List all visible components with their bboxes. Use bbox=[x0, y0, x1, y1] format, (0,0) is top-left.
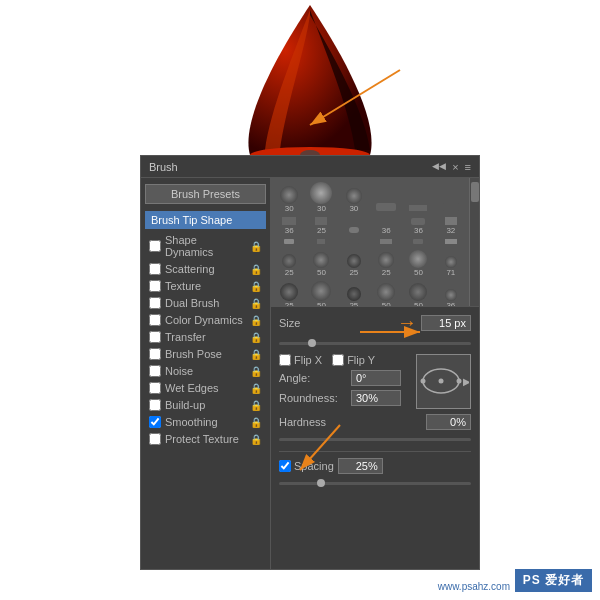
brush-pose-lock: 🔒 bbox=[250, 349, 262, 360]
hardness-input[interactable] bbox=[426, 414, 471, 430]
preset-item[interactable]: 25 bbox=[274, 280, 304, 306]
transfer-checkbox[interactable] bbox=[149, 331, 161, 343]
size-annotation-arrow bbox=[355, 322, 435, 342]
preset-item[interactable]: 25 bbox=[371, 249, 401, 278]
flip-x-checkbox[interactable] bbox=[279, 354, 291, 366]
angle-label: Angle: bbox=[279, 372, 347, 384]
svg-point-7 bbox=[456, 379, 461, 384]
angle-input[interactable] bbox=[351, 370, 401, 386]
preset-item[interactable]: 25 bbox=[339, 249, 369, 278]
watermark-url-text: www.psahz.com bbox=[438, 581, 510, 592]
scattering-label: Scattering bbox=[165, 263, 215, 275]
smoothing-label: Smoothing bbox=[165, 416, 218, 428]
panel-collapse[interactable]: ◀◀ bbox=[432, 161, 446, 173]
protect-texture-label: Protect Texture bbox=[165, 433, 239, 445]
wet-edges-label: Wet Edges bbox=[165, 382, 219, 394]
panel-menu[interactable]: ≡ bbox=[465, 161, 471, 173]
preset-item[interactable]: 71 bbox=[436, 249, 466, 278]
left-sidebar: Brush Presets Brush Tip Shape Shape Dyna… bbox=[141, 178, 271, 569]
preset-item[interactable] bbox=[339, 216, 369, 236]
preset-item[interactable]: 36 bbox=[274, 216, 304, 236]
svg-line-12 bbox=[300, 425, 340, 470]
sidebar-item-wet-edges[interactable]: Wet Edges 🔒 bbox=[145, 380, 266, 396]
panel-close[interactable]: × bbox=[452, 161, 458, 173]
preset-item[interactable] bbox=[403, 181, 433, 214]
preset-item[interactable]: 50 bbox=[306, 280, 336, 306]
preset-item[interactable] bbox=[403, 238, 433, 247]
brush-tip-shape-item[interactable]: Brush Tip Shape bbox=[145, 211, 266, 229]
noise-checkbox[interactable] bbox=[149, 365, 161, 377]
shape-dynamics-label: Shape Dynamics bbox=[165, 234, 246, 258]
preset-item[interactable]: 36 bbox=[436, 280, 466, 306]
flip-y-checkbox[interactable] bbox=[332, 354, 344, 366]
scattering-checkbox[interactable] bbox=[149, 263, 161, 275]
preset-item[interactable]: 25 bbox=[306, 216, 336, 236]
panel-body: Brush Presets Brush Tip Shape Shape Dyna… bbox=[141, 178, 479, 569]
preset-item[interactable] bbox=[371, 238, 401, 247]
flip-fields: Flip X Flip Y Angle: Roundn bbox=[279, 354, 408, 406]
presets-scrollbar[interactable] bbox=[469, 178, 479, 306]
flip-y-label[interactable]: Flip Y bbox=[332, 354, 375, 366]
preset-item[interactable]: 25 bbox=[274, 249, 304, 278]
brush-dial[interactable]: ▶ bbox=[416, 354, 471, 409]
preset-item[interactable]: 50 bbox=[403, 249, 433, 278]
size-slider-thumb[interactable] bbox=[308, 339, 316, 347]
brush-presets-button[interactable]: Brush Presets bbox=[145, 184, 266, 204]
sidebar-item-transfer[interactable]: Transfer 🔒 bbox=[145, 329, 266, 345]
presets-grid: 30 30 30 bbox=[271, 178, 469, 306]
panel-title: Brush bbox=[149, 161, 178, 173]
preset-item[interactable] bbox=[371, 181, 401, 214]
preset-item[interactable]: 50 bbox=[306, 249, 336, 278]
annotation-arrow-svg bbox=[250, 60, 450, 140]
noise-lock: 🔒 bbox=[250, 366, 262, 377]
roundness-row: Roundness: bbox=[279, 390, 408, 406]
texture-checkbox[interactable] bbox=[149, 280, 161, 292]
spacing-slider-track[interactable] bbox=[279, 479, 471, 489]
protect-texture-lock: 🔒 bbox=[250, 434, 262, 445]
right-content: 30 30 30 bbox=[271, 178, 479, 569]
sidebar-item-brush-pose[interactable]: Brush Pose 🔒 bbox=[145, 346, 266, 362]
preset-item[interactable] bbox=[339, 238, 369, 247]
spacing-slider-thumb[interactable] bbox=[317, 479, 325, 487]
preset-item[interactable]: 36 bbox=[403, 216, 433, 236]
color-dynamics-checkbox[interactable] bbox=[149, 314, 161, 326]
sidebar-item-shape-dynamics[interactable]: Shape Dynamics 🔒 bbox=[145, 232, 266, 260]
preset-item[interactable]: 36 bbox=[371, 216, 401, 236]
preset-item[interactable] bbox=[436, 181, 466, 214]
preset-item[interactable] bbox=[306, 238, 336, 247]
brush-pose-checkbox[interactable] bbox=[149, 348, 161, 360]
preset-item[interactable]: 30 bbox=[306, 181, 336, 214]
wet-edges-checkbox[interactable] bbox=[149, 382, 161, 394]
preset-item[interactable] bbox=[274, 238, 304, 247]
brush-pose-label: Brush Pose bbox=[165, 348, 222, 360]
preset-item[interactable]: 32 bbox=[436, 216, 466, 236]
roundness-input[interactable] bbox=[351, 390, 401, 406]
sidebar-item-protect-texture[interactable]: Protect Texture 🔒 bbox=[145, 431, 266, 447]
sidebar-item-texture[interactable]: Texture 🔒 bbox=[145, 278, 266, 294]
sidebar-item-dual-brush[interactable]: Dual Brush 🔒 bbox=[145, 295, 266, 311]
shape-dynamics-checkbox[interactable] bbox=[149, 240, 161, 252]
sidebar-item-smoothing[interactable]: Smoothing 🔒 bbox=[145, 414, 266, 430]
color-dynamics-label: Color Dynamics bbox=[165, 314, 243, 326]
dual-brush-checkbox[interactable] bbox=[149, 297, 161, 309]
preset-item[interactable]: 30 bbox=[274, 181, 304, 214]
sidebar-item-buildup[interactable]: Build-up 🔒 bbox=[145, 397, 266, 413]
flip-x-label[interactable]: Flip X bbox=[279, 354, 322, 366]
preset-item[interactable]: 25 bbox=[339, 280, 369, 306]
sidebar-item-scattering[interactable]: Scattering 🔒 bbox=[145, 261, 266, 277]
smoothing-checkbox[interactable] bbox=[149, 416, 161, 428]
shape-dynamics-lock: 🔒 bbox=[250, 241, 262, 252]
protect-texture-checkbox[interactable] bbox=[149, 433, 161, 445]
roundness-annotation-arrow bbox=[290, 420, 350, 480]
roundness-label: Roundness: bbox=[279, 392, 347, 404]
sidebar-item-color-dynamics[interactable]: Color Dynamics 🔒 bbox=[145, 312, 266, 328]
sidebar-item-noise[interactable]: Noise 🔒 bbox=[145, 363, 266, 379]
preset-item[interactable] bbox=[436, 238, 466, 247]
preset-item[interactable]: 30 bbox=[339, 181, 369, 214]
panel-controls: ◀◀ × ≡ bbox=[432, 161, 471, 173]
presets-grid-wrapper: 30 30 30 bbox=[271, 178, 479, 307]
buildup-checkbox[interactable] bbox=[149, 399, 161, 411]
scattering-lock: 🔒 bbox=[250, 264, 262, 275]
preset-item[interactable]: 50 bbox=[403, 280, 433, 306]
preset-item[interactable]: 50 bbox=[371, 280, 401, 306]
